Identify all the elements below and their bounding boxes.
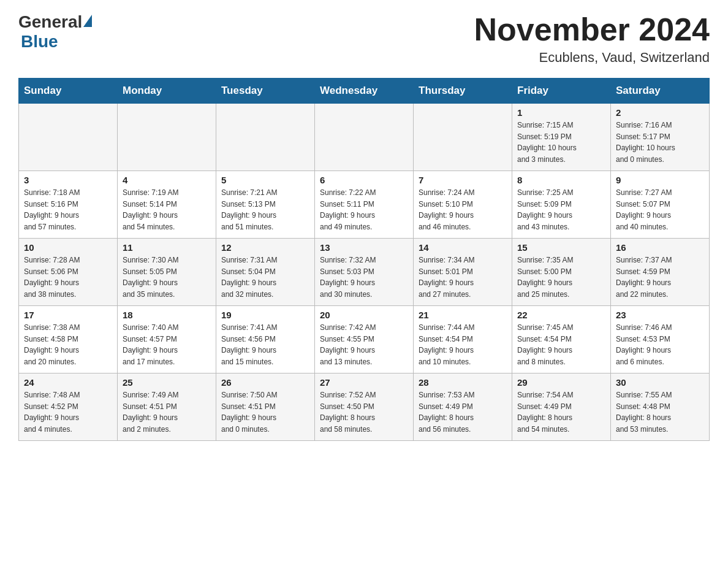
location-title: Ecublens, Vaud, Switzerland (474, 50, 710, 66)
day-info: Sunrise: 7:24 AM Sunset: 5:10 PM Dayligh… (419, 187, 507, 232)
day-info: Sunrise: 7:19 AM Sunset: 5:14 PM Dayligh… (123, 187, 211, 232)
day-info: Sunrise: 7:52 AM Sunset: 4:50 PM Dayligh… (320, 389, 408, 435)
day-number: 13 (320, 242, 408, 253)
calendar-cell: 15Sunrise: 7:35 AM Sunset: 5:00 PM Dayli… (512, 239, 611, 306)
day-number: 19 (221, 310, 309, 320)
calendar-cell: 28Sunrise: 7:53 AM Sunset: 4:49 PM Dayli… (414, 373, 512, 441)
day-number: 20 (320, 310, 408, 320)
calendar-header-tuesday: Tuesday (216, 79, 315, 104)
calendar-week-row: 10Sunrise: 7:28 AM Sunset: 5:06 PM Dayli… (19, 239, 710, 306)
day-info: Sunrise: 7:27 AM Sunset: 5:07 PM Dayligh… (616, 187, 704, 232)
day-number: 25 (123, 377, 211, 388)
calendar-cell: 14Sunrise: 7:34 AM Sunset: 5:01 PM Dayli… (414, 239, 512, 306)
day-info: Sunrise: 7:16 AM Sunset: 5:17 PM Dayligh… (616, 120, 704, 165)
day-number: 30 (616, 377, 704, 388)
calendar-week-row: 24Sunrise: 7:48 AM Sunset: 4:52 PM Dayli… (19, 373, 710, 441)
day-info: Sunrise: 7:54 AM Sunset: 4:49 PM Dayligh… (517, 389, 605, 435)
day-number: 23 (616, 310, 704, 320)
month-title: November 2024 (474, 12, 710, 47)
day-number: 5 (221, 175, 309, 185)
day-number: 17 (24, 310, 112, 320)
calendar-week-row: 17Sunrise: 7:38 AM Sunset: 4:58 PM Dayli… (19, 306, 710, 373)
calendar-header-row: SundayMondayTuesdayWednesdayThursdayFrid… (19, 79, 710, 104)
day-info: Sunrise: 7:46 AM Sunset: 4:53 PM Dayligh… (616, 322, 704, 367)
day-number: 27 (320, 377, 408, 388)
day-info: Sunrise: 7:44 AM Sunset: 4:54 PM Dayligh… (419, 322, 507, 367)
calendar-cell (19, 104, 118, 171)
day-number: 14 (419, 242, 507, 253)
calendar-cell (414, 104, 512, 171)
day-info: Sunrise: 7:41 AM Sunset: 4:56 PM Dayligh… (221, 322, 309, 367)
logo: General (18, 12, 93, 32)
logo-blue-text: Blue (21, 32, 58, 51)
calendar-cell: 12Sunrise: 7:31 AM Sunset: 5:04 PM Dayli… (216, 239, 315, 306)
calendar-cell: 2Sunrise: 7:16 AM Sunset: 5:17 PM Daylig… (611, 104, 710, 171)
day-info: Sunrise: 7:35 AM Sunset: 5:00 PM Dayligh… (517, 255, 605, 300)
calendar-cell: 17Sunrise: 7:38 AM Sunset: 4:58 PM Dayli… (19, 306, 118, 373)
day-info: Sunrise: 7:50 AM Sunset: 4:51 PM Dayligh… (221, 389, 309, 435)
calendar-cell: 4Sunrise: 7:19 AM Sunset: 5:14 PM Daylig… (118, 171, 216, 239)
calendar-header-friday: Friday (512, 79, 611, 104)
logo-triangle-icon (83, 15, 92, 27)
calendar-cell: 23Sunrise: 7:46 AM Sunset: 4:53 PM Dayli… (611, 306, 710, 373)
day-number: 6 (320, 175, 408, 185)
calendar-header-monday: Monday (118, 79, 216, 104)
day-info: Sunrise: 7:40 AM Sunset: 4:57 PM Dayligh… (123, 322, 211, 367)
day-number: 28 (419, 377, 507, 388)
calendar-cell: 8Sunrise: 7:25 AM Sunset: 5:09 PM Daylig… (512, 171, 611, 239)
day-info: Sunrise: 7:28 AM Sunset: 5:06 PM Dayligh… (24, 255, 112, 300)
calendar-cell: 29Sunrise: 7:54 AM Sunset: 4:49 PM Dayli… (512, 373, 611, 441)
day-info: Sunrise: 7:48 AM Sunset: 4:52 PM Dayligh… (24, 389, 112, 435)
day-info: Sunrise: 7:34 AM Sunset: 5:01 PM Dayligh… (419, 255, 507, 300)
calendar-cell: 13Sunrise: 7:32 AM Sunset: 5:03 PM Dayli… (315, 239, 414, 306)
day-info: Sunrise: 7:15 AM Sunset: 5:19 PM Dayligh… (517, 120, 605, 165)
calendar-cell: 24Sunrise: 7:48 AM Sunset: 4:52 PM Dayli… (19, 373, 118, 441)
calendar-cell: 6Sunrise: 7:22 AM Sunset: 5:11 PM Daylig… (315, 171, 414, 239)
day-info: Sunrise: 7:25 AM Sunset: 5:09 PM Dayligh… (517, 187, 605, 232)
day-info: Sunrise: 7:55 AM Sunset: 4:48 PM Dayligh… (616, 389, 704, 435)
calendar-cell: 21Sunrise: 7:44 AM Sunset: 4:54 PM Dayli… (414, 306, 512, 373)
calendar-cell: 3Sunrise: 7:18 AM Sunset: 5:16 PM Daylig… (19, 171, 118, 239)
page-header: General Blue November 2024 Ecublens, Vau… (18, 12, 710, 66)
calendar-header-sunday: Sunday (19, 79, 118, 104)
day-number: 18 (123, 310, 211, 320)
day-number: 10 (24, 242, 112, 253)
calendar-cell: 27Sunrise: 7:52 AM Sunset: 4:50 PM Dayli… (315, 373, 414, 441)
day-number: 3 (24, 175, 112, 185)
calendar-cell: 9Sunrise: 7:27 AM Sunset: 5:07 PM Daylig… (611, 171, 710, 239)
calendar-cell: 30Sunrise: 7:55 AM Sunset: 4:48 PM Dayli… (611, 373, 710, 441)
calendar-cell: 18Sunrise: 7:40 AM Sunset: 4:57 PM Dayli… (118, 306, 216, 373)
day-info: Sunrise: 7:37 AM Sunset: 4:59 PM Dayligh… (616, 255, 704, 300)
day-info: Sunrise: 7:31 AM Sunset: 5:04 PM Dayligh… (221, 255, 309, 300)
day-info: Sunrise: 7:18 AM Sunset: 5:16 PM Dayligh… (24, 187, 112, 232)
day-number: 16 (616, 242, 704, 253)
logo-area: General Blue (18, 12, 93, 52)
day-number: 24 (24, 377, 112, 388)
day-info: Sunrise: 7:32 AM Sunset: 5:03 PM Dayligh… (320, 255, 408, 300)
calendar-cell: 22Sunrise: 7:45 AM Sunset: 4:54 PM Dayli… (512, 306, 611, 373)
day-number: 4 (123, 175, 211, 185)
day-number: 7 (419, 175, 507, 185)
calendar-cell: 7Sunrise: 7:24 AM Sunset: 5:10 PM Daylig… (414, 171, 512, 239)
day-number: 1 (517, 107, 605, 118)
day-info: Sunrise: 7:22 AM Sunset: 5:11 PM Dayligh… (320, 187, 408, 232)
calendar-header-thursday: Thursday (414, 79, 512, 104)
calendar-header-wednesday: Wednesday (315, 79, 414, 104)
day-info: Sunrise: 7:21 AM Sunset: 5:13 PM Dayligh… (221, 187, 309, 232)
day-number: 21 (419, 310, 507, 320)
day-number: 2 (616, 107, 704, 118)
title-area: November 2024 Ecublens, Vaud, Switzerlan… (474, 12, 710, 66)
day-number: 26 (221, 377, 309, 388)
calendar-cell: 11Sunrise: 7:30 AM Sunset: 5:05 PM Dayli… (118, 239, 216, 306)
day-info: Sunrise: 7:45 AM Sunset: 4:54 PM Dayligh… (517, 322, 605, 367)
calendar-cell: 5Sunrise: 7:21 AM Sunset: 5:13 PM Daylig… (216, 171, 315, 239)
calendar-cell (315, 104, 414, 171)
calendar-header-saturday: Saturday (611, 79, 710, 104)
calendar-cell: 19Sunrise: 7:41 AM Sunset: 4:56 PM Dayli… (216, 306, 315, 373)
day-number: 15 (517, 242, 605, 253)
calendar-cell: 16Sunrise: 7:37 AM Sunset: 4:59 PM Dayli… (611, 239, 710, 306)
calendar-table: SundayMondayTuesdayWednesdayThursdayFrid… (18, 78, 710, 441)
day-info: Sunrise: 7:53 AM Sunset: 4:49 PM Dayligh… (419, 389, 507, 435)
day-info: Sunrise: 7:38 AM Sunset: 4:58 PM Dayligh… (24, 322, 112, 367)
calendar-cell: 1Sunrise: 7:15 AM Sunset: 5:19 PM Daylig… (512, 104, 611, 171)
